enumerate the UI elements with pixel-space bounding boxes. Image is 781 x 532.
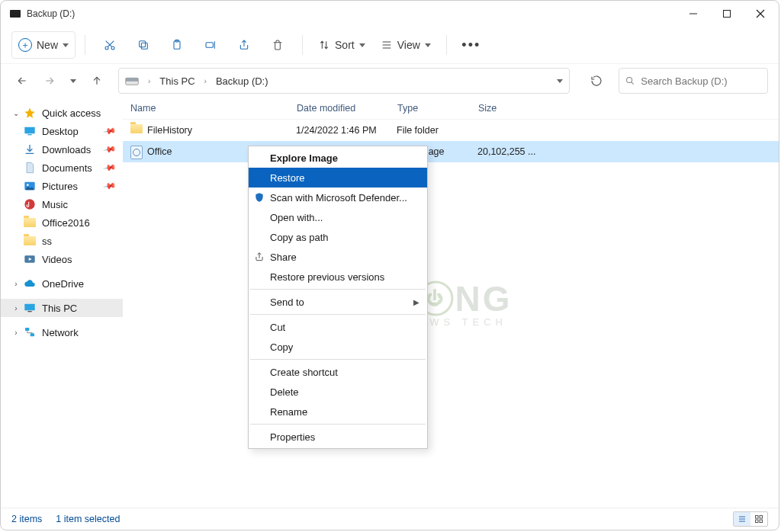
- close-icon: [756, 9, 765, 18]
- arrow-up-icon: [91, 75, 103, 87]
- forward-button[interactable]: [39, 70, 60, 91]
- chevron-down-icon[interactable]: [557, 79, 563, 83]
- file-date: 1/24/2022 1:46 PM: [296, 125, 397, 136]
- maximize-icon: [722, 9, 731, 18]
- ctx-create-shortcut[interactable]: Create shortcut: [249, 362, 427, 382]
- expander-icon[interactable]: ›: [11, 304, 21, 312]
- expander-icon[interactable]: ›: [11, 280, 21, 288]
- close-button[interactable]: [744, 1, 777, 27]
- chevron-down-icon: [425, 43, 431, 47]
- breadcrumb-backup-d[interactable]: Backup (D:): [216, 75, 268, 87]
- view-label: View: [397, 39, 420, 51]
- sidebar-onedrive[interactable]: › OneDrive: [1, 274, 123, 293]
- ctx-copy-as-path[interactable]: Copy as path: [249, 227, 427, 247]
- ctx-open-with[interactable]: Open with...: [249, 207, 427, 227]
- watermark-text: NG: [455, 278, 513, 319]
- sidebar-pictures[interactable]: Pictures 📌: [1, 177, 123, 195]
- share-button[interactable]: [229, 32, 259, 58]
- minimize-button[interactable]: [677, 1, 710, 27]
- back-button[interactable]: [11, 70, 33, 91]
- col-type[interactable]: Type: [397, 103, 478, 114]
- up-button[interactable]: [86, 70, 108, 91]
- ctx-share[interactable]: Share: [249, 247, 427, 267]
- col-date[interactable]: Date modified: [297, 103, 397, 114]
- svg-rect-18: [126, 78, 139, 82]
- sidebar-music[interactable]: Music: [1, 195, 123, 213]
- recent-locations-button[interactable]: [66, 70, 80, 91]
- sidebar-label: ss: [42, 236, 52, 247]
- details-view-button[interactable]: [734, 512, 750, 526]
- copy-button[interactable]: [128, 32, 159, 58]
- sidebar-label: OneDrive: [42, 278, 84, 290]
- rename-button[interactable]: [195, 32, 226, 58]
- share-icon: [253, 251, 265, 263]
- ctx-rename[interactable]: Rename: [249, 402, 427, 421]
- svg-rect-12: [206, 43, 213, 48]
- search-box[interactable]: [619, 68, 768, 94]
- ctx-restore-previous[interactable]: Restore previous versions: [249, 267, 427, 287]
- paste-button[interactable]: [162, 32, 192, 58]
- file-explorer-window: Backup (D:) ＋ New: [0, 0, 779, 530]
- sidebar-label: This PC: [42, 303, 77, 314]
- sidebar-documents[interactable]: Documents 📌: [1, 159, 123, 177]
- status-selected-count: 1 item selected: [56, 514, 120, 524]
- sidebar-label: Music: [42, 199, 68, 210]
- pin-icon: 📌: [103, 143, 117, 157]
- more-button[interactable]: •••: [456, 32, 487, 58]
- thumbnails-view-button[interactable]: [750, 512, 767, 526]
- trash-icon: [272, 39, 284, 51]
- search-input[interactable]: [639, 75, 761, 88]
- desktop-icon: [24, 125, 36, 137]
- context-menu: Explore Image Restore Scan with Microsof…: [248, 146, 428, 449]
- sort-button[interactable]: Sort: [312, 32, 371, 58]
- expander-icon[interactable]: ⌄: [11, 109, 21, 117]
- file-row[interactable]: FileHistory 1/24/2022 1:46 PM File folde…: [123, 120, 779, 141]
- breadcrumb-separator: ›: [204, 77, 207, 85]
- breadcrumb-this-pc[interactable]: This PC: [159, 75, 194, 87]
- ctx-restore[interactable]: Restore: [249, 168, 427, 187]
- status-bar: 2 items 1 item selected: [1, 508, 779, 530]
- navigation-pane[interactable]: ⌄ Quick access Desktop 📌 Downloads 📌 Doc…: [1, 98, 123, 508]
- sidebar-network[interactable]: › Network: [1, 323, 123, 341]
- file-rows: FileHistory 1/24/2022 1:46 PM File folde…: [123, 120, 779, 162]
- ctx-scan-defender[interactable]: Scan with Microsoft Defender...: [249, 187, 427, 207]
- sidebar-this-pc[interactable]: › This PC: [1, 299, 123, 317]
- maximize-button[interactable]: [710, 1, 744, 27]
- sidebar-videos[interactable]: Videos: [1, 250, 123, 268]
- svg-rect-35: [760, 516, 763, 519]
- sidebar-label: Quick access: [42, 107, 101, 119]
- ctx-copy[interactable]: Copy: [249, 337, 427, 357]
- col-size[interactable]: Size: [478, 103, 562, 114]
- column-headers: Name Date modified Type Size: [123, 98, 779, 120]
- ctx-delete[interactable]: Delete: [249, 382, 427, 402]
- refresh-button[interactable]: [585, 69, 608, 92]
- sidebar-downloads[interactable]: Downloads 📌: [1, 140, 123, 159]
- delete-button[interactable]: [262, 32, 293, 58]
- sidebar-ss[interactable]: ss: [1, 232, 123, 250]
- sidebar-desktop[interactable]: Desktop 📌: [1, 122, 123, 140]
- file-row[interactable]: Office 10/17/2021 11:33 PM Disk Image 20…: [123, 141, 779, 162]
- new-button[interactable]: ＋ New: [11, 31, 76, 59]
- sidebar-quick-access[interactable]: ⌄ Quick access: [1, 104, 123, 122]
- window-title: Backup (D:): [27, 8, 75, 19]
- address-bar[interactable]: › This PC › Backup (D:): [118, 68, 570, 94]
- plus-icon: ＋: [18, 38, 32, 52]
- svg-rect-1: [724, 11, 731, 18]
- expander-icon[interactable]: ›: [11, 328, 21, 337]
- file-size: 20,102,255 ...: [477, 146, 561, 157]
- col-name[interactable]: Name: [130, 103, 297, 114]
- window-controls: [677, 1, 777, 27]
- cloud-icon: [24, 277, 36, 290]
- svg-rect-8: [141, 43, 147, 49]
- cut-button[interactable]: [95, 32, 125, 58]
- ctx-cut[interactable]: Cut: [249, 317, 427, 337]
- pictures-icon: [24, 180, 36, 192]
- sidebar-label: Network: [42, 327, 79, 338]
- sidebar-office2016[interactable]: Office2016: [1, 213, 123, 232]
- svg-rect-36: [756, 520, 759, 523]
- view-button[interactable]: View: [374, 32, 437, 58]
- ctx-send-to[interactable]: Send to ▶: [249, 292, 427, 312]
- navigation-row: › This PC › Backup (D:): [1, 64, 779, 98]
- ctx-explore-image[interactable]: Explore Image: [249, 148, 427, 168]
- ctx-properties[interactable]: Properties: [249, 427, 427, 447]
